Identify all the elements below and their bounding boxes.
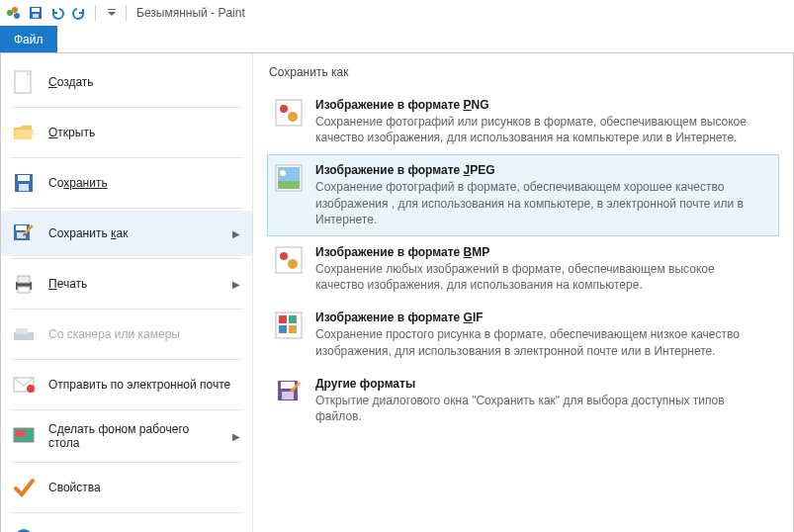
save-as-icon [11, 221, 37, 246]
svg-rect-40 [289, 325, 297, 333]
menu-item-label: Отправить по электронной почте [48, 378, 240, 392]
option-title: Другие форматы [315, 377, 766, 391]
file-menu-left: Создать Открыть Сохранить Сохранить как … [1, 53, 253, 532]
info-icon: i [11, 525, 37, 532]
option-desc: Открытие диалогового окна "Сохранить как… [315, 393, 766, 424]
open-folder-icon [11, 120, 37, 145]
svg-rect-9 [18, 175, 30, 181]
redo-icon[interactable] [69, 3, 89, 23]
svg-rect-22 [16, 430, 25, 437]
svg-rect-5 [33, 14, 39, 18]
svg-rect-26 [276, 100, 302, 126]
menu-item-label: Сохранить как [48, 226, 221, 240]
svg-point-34 [280, 252, 288, 260]
separator [126, 5, 127, 21]
save-icon[interactable] [26, 3, 45, 23]
chevron-right-icon: ▶ [232, 431, 240, 442]
option-title: Изображение в формате JPEG [315, 163, 766, 177]
save-as-gif[interactable]: Изображение в формате GIF Сохранение про… [267, 302, 779, 367]
save-as-bmp[interactable]: Изображение в формате BMP Сохранение люб… [267, 236, 779, 302]
svg-point-35 [288, 259, 298, 269]
svg-point-2 [14, 13, 20, 19]
option-title: Изображение в формате PNG [315, 98, 766, 112]
quick-access-toolbar [4, 3, 122, 23]
menu-item-label: Сделать фоном рабочего стола [48, 422, 221, 450]
app-icon[interactable] [4, 3, 24, 23]
svg-rect-38 [289, 315, 297, 323]
menu-item-label: Со сканера или камеры [48, 327, 240, 341]
svg-rect-31 [278, 181, 300, 189]
svg-rect-15 [18, 276, 30, 283]
divider [11, 208, 242, 209]
divider [11, 462, 242, 463]
save-as-panel: Сохранить как Изображение в формате PNG … [253, 53, 793, 532]
svg-point-0 [7, 10, 13, 16]
svg-rect-43 [282, 392, 294, 399]
svg-rect-33 [276, 247, 302, 273]
save-other-icon [274, 377, 304, 406]
svg-point-1 [12, 7, 18, 13]
qat-dropdown-icon[interactable] [102, 3, 122, 23]
svg-rect-18 [16, 328, 28, 334]
email-icon [11, 372, 37, 398]
save-as-other[interactable]: Другие форматы Открытие диалогового окна… [267, 368, 779, 433]
bmp-image-icon [274, 245, 304, 275]
gif-image-icon [274, 310, 304, 340]
option-title: Изображение в формате GIF [315, 310, 766, 324]
divider [11, 258, 242, 259]
option-desc: Сохранение фотографий или рисунков в фор… [315, 114, 766, 145]
svg-rect-37 [279, 315, 287, 323]
new-file-icon [11, 69, 37, 95]
checkmark-icon [11, 475, 37, 500]
option-body: Изображение в формате JPEG Сохранение фо… [315, 163, 772, 227]
printer-icon [11, 271, 37, 297]
titlebar: Безымянный - Paint [0, 0, 794, 26]
divider [11, 107, 242, 108]
save-as-jpeg[interactable]: Изображение в формате JPEG Сохранение фо… [267, 154, 779, 236]
chevron-right-icon: ▶ [232, 279, 240, 290]
save-as-png[interactable]: Изображение в формате PNG Сохранение фот… [267, 89, 779, 154]
option-body: Другие форматы Открытие диалогового окна… [315, 377, 772, 424]
menu-item-about[interactable]: i О программе [1, 515, 252, 532]
window-title: Безымянный - Paint [136, 6, 245, 20]
save-as-options: Изображение в формате PNG Сохранение фот… [267, 89, 779, 433]
separator [95, 5, 96, 21]
option-title: Изображение в формате BMP [315, 245, 766, 259]
divider [11, 359, 242, 360]
menu-item-label: Свойства [48, 481, 240, 494]
menu-item-save-as[interactable]: Сохранить как ▶ [1, 211, 252, 256]
divider [11, 309, 242, 310]
menu-item-create[interactable]: Создать [1, 59, 252, 105]
svg-rect-10 [19, 184, 29, 191]
menu-item-open[interactable]: Открыть [1, 110, 252, 155]
option-body: Изображение в формате PNG Сохранение фот… [315, 98, 772, 145]
svg-point-20 [27, 385, 35, 393]
svg-rect-6 [108, 9, 116, 10]
svg-rect-39 [279, 325, 287, 333]
menu-item-label: Открыть [48, 126, 240, 139]
file-tab[interactable]: Файл [0, 26, 57, 52]
option-body: Изображение в формате GIF Сохранение про… [315, 310, 772, 358]
undo-icon[interactable] [47, 3, 67, 23]
chevron-right-icon: ▶ [232, 228, 240, 239]
desktop-bg-icon [11, 423, 37, 449]
svg-point-27 [280, 105, 288, 113]
jpeg-image-icon [274, 163, 304, 193]
menu-item-save[interactable]: Сохранить [1, 160, 252, 206]
menu-item-print[interactable]: Печать ▶ [1, 261, 252, 307]
divider [11, 409, 242, 410]
save-disk-icon [11, 170, 37, 196]
divider [11, 157, 242, 158]
menu-item-label: Сохранить [48, 176, 240, 190]
menu-item-send-email[interactable]: Отправить по электронной почте [1, 362, 252, 407]
svg-rect-12 [16, 225, 27, 230]
menu-item-properties[interactable]: Свойства [1, 465, 252, 510]
png-image-icon [274, 98, 304, 128]
menu-item-label: Создать [48, 75, 240, 89]
svg-rect-42 [281, 382, 295, 389]
menu-item-set-desktop[interactable]: Сделать фоном рабочего стола ▶ [1, 412, 252, 460]
svg-point-32 [280, 170, 286, 176]
option-desc: Сохранение фотографий в формате, обеспеч… [315, 179, 766, 227]
option-desc: Сохранение любых изображений в формате, … [315, 261, 766, 293]
option-body: Изображение в формате BMP Сохранение люб… [315, 245, 772, 293]
